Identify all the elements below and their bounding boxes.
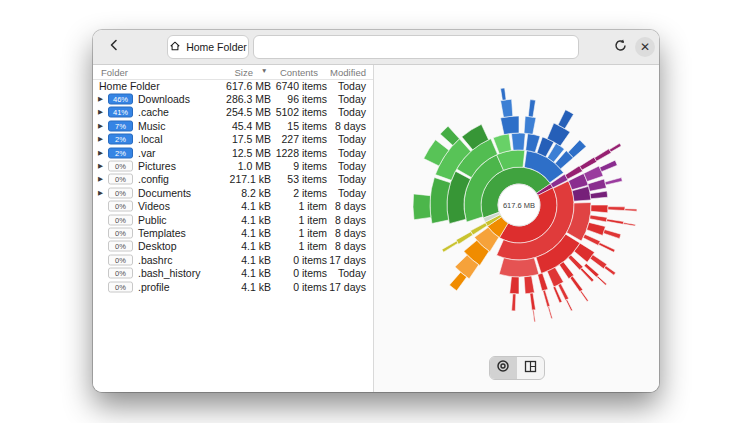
chart-segment[interactable]	[603, 230, 620, 239]
table-row[interactable]: 0%Videos4.1 kB1 item8 days	[93, 200, 373, 213]
chart-segment[interactable]	[511, 133, 525, 150]
chart-segment[interactable]	[623, 223, 635, 227]
chart-segment[interactable]	[607, 219, 624, 224]
size-value: 4.1 kB	[241, 267, 271, 279]
chart-segment[interactable]	[442, 241, 458, 252]
size-value: 12.5 MB	[232, 147, 271, 159]
chart-segment[interactable]	[599, 243, 615, 253]
size-value: 4.1 kB	[241, 240, 271, 252]
chart-segment[interactable]	[580, 291, 588, 302]
chart-segment[interactable]	[501, 99, 513, 117]
chart-segment[interactable]	[512, 294, 516, 311]
back-button[interactable]	[101, 35, 127, 59]
percent-badge: 0%	[108, 201, 133, 212]
chart-segment[interactable]	[625, 209, 637, 211]
refresh-icon	[613, 38, 628, 57]
expander-icon[interactable]: ▶	[98, 149, 103, 157]
table-row[interactable]: Home Folder617.6 MB6740 itemsToday	[93, 79, 373, 92]
close-button[interactable]: ✕	[633, 35, 657, 59]
chart-segment[interactable]	[533, 310, 536, 322]
chart-segment[interactable]	[528, 100, 535, 118]
column-header-contents[interactable]: Contents	[280, 67, 318, 78]
sunburst-chart[interactable]: 617.6 MB	[374, 65, 659, 365]
chart-segment[interactable]	[413, 194, 431, 220]
chart-segment[interactable]	[608, 207, 625, 211]
expander-icon[interactable]: ▶	[98, 95, 103, 103]
table-row[interactable]: 0%.bashrc4.1 kB0 items17 days	[93, 253, 373, 266]
size-value: 254.5 MB	[226, 106, 271, 118]
table-row[interactable]: 0%Desktop4.1 kB1 item8 days	[93, 240, 373, 253]
table-row[interactable]: ▶0%Pictures1.0 MB9 itemsToday	[93, 159, 373, 172]
chart-segment[interactable]	[559, 262, 574, 279]
chart-segment[interactable]	[530, 293, 536, 310]
expander-icon[interactable]: ▶	[98, 162, 103, 170]
table-row[interactable]: ▶0%.config217.1 kB53 itemsToday	[93, 173, 373, 186]
size-value: 1.0 MB	[238, 160, 271, 172]
table-row[interactable]: 0%.bash_history4.1 kB0 itemsToday	[93, 266, 373, 279]
chart-segment[interactable]	[597, 276, 607, 285]
chart-segment[interactable]	[543, 290, 550, 307]
table-row[interactable]: ▶2%.var12.5 MB1228 itemsToday	[93, 146, 373, 159]
sort-indicator-icon[interactable]: ▼	[261, 67, 267, 74]
chart-segment[interactable]	[587, 222, 606, 235]
chart-segment[interactable]	[501, 88, 507, 100]
chart-segment[interactable]	[605, 178, 622, 185]
expander-icon[interactable]: ▶	[98, 108, 103, 116]
table-row[interactable]: ▶7%Music45.4 MB15 items8 days	[93, 119, 373, 132]
chart-segment[interactable]	[588, 179, 607, 191]
chart-segment[interactable]	[566, 299, 573, 310]
home-folder-tab[interactable]: Home Folder	[167, 35, 249, 59]
modified-value: 8 days	[335, 120, 366, 132]
modified-value: Today	[338, 160, 366, 172]
percent-badge: 2%	[108, 134, 133, 145]
chart-segment[interactable]	[583, 234, 600, 245]
size-value: 4.1 kB	[241, 214, 271, 226]
folder-name: .cache	[138, 106, 169, 118]
chart-segment[interactable]	[591, 205, 608, 213]
chart-segment[interactable]	[456, 232, 473, 245]
column-header-modified[interactable]: Modified	[330, 67, 366, 78]
chart-segment[interactable]	[524, 116, 536, 134]
expander-icon[interactable]: ▶	[98, 122, 103, 130]
chart-segment[interactable]	[604, 266, 615, 275]
modified-value: 8 days	[335, 227, 366, 239]
expander-icon[interactable]: ▶	[98, 189, 103, 197]
chart-segment[interactable]	[501, 116, 520, 135]
table-row[interactable]: 0%Templates4.1 kB1 item8 days	[93, 226, 373, 239]
treemap-view-button[interactable]	[517, 357, 544, 379]
expander-icon[interactable]: ▶	[98, 135, 103, 143]
chart-segment[interactable]	[609, 143, 621, 152]
modified-value: Today	[338, 133, 366, 145]
chart-segment[interactable]	[568, 140, 586, 158]
folder-name: Videos	[138, 200, 170, 212]
table-row[interactable]: 0%Public4.1 kB1 item8 days	[93, 213, 373, 226]
refresh-button[interactable]	[607, 35, 633, 59]
chart-segment[interactable]	[558, 110, 574, 129]
folder-name: Home Folder	[99, 80, 160, 92]
column-header-folder[interactable]: Folder	[101, 67, 128, 78]
expander-icon[interactable]: ▶	[98, 175, 103, 183]
chart-segment[interactable]	[524, 276, 534, 294]
column-header-size[interactable]: Size	[235, 67, 253, 78]
location-entry[interactable]	[253, 35, 579, 59]
chart-segment[interactable]	[600, 160, 618, 171]
chart-segment[interactable]	[570, 276, 583, 292]
chart-segment[interactable]	[548, 307, 553, 319]
main-content: Folder Size ▼ Contents Modified Home Fol…	[93, 65, 659, 392]
chart-segment[interactable]	[538, 273, 548, 291]
rings-view-button[interactable]	[490, 357, 517, 379]
table-row[interactable]: ▶2%.local17.5 MB227 itemsToday	[93, 133, 373, 146]
chart-segment[interactable]	[590, 255, 607, 269]
chart-segment[interactable]	[568, 255, 583, 270]
chart-segment[interactable]	[594, 149, 611, 161]
table-row[interactable]: ▶46%Downloads286.3 MB96 itemsToday	[93, 92, 373, 105]
table-row[interactable]: ▶0%Documents8.2 kB2 itemsToday	[93, 186, 373, 199]
table-row[interactable]: ▶41%.cache254.5 MB5102 itemsToday	[93, 106, 373, 119]
disk-usage-analyzer-window: Home Folder ✕ Folder Size ▼ Contents Mod…	[93, 30, 659, 392]
chart-segment[interactable]	[449, 272, 466, 291]
chart-segment[interactable]	[590, 191, 608, 199]
chart-segment[interactable]	[510, 277, 519, 294]
chart-segment[interactable]	[590, 215, 607, 222]
table-row[interactable]: 0%.profile4.1 kB0 items17 days	[93, 280, 373, 293]
chart-segment[interactable]	[499, 258, 539, 277]
